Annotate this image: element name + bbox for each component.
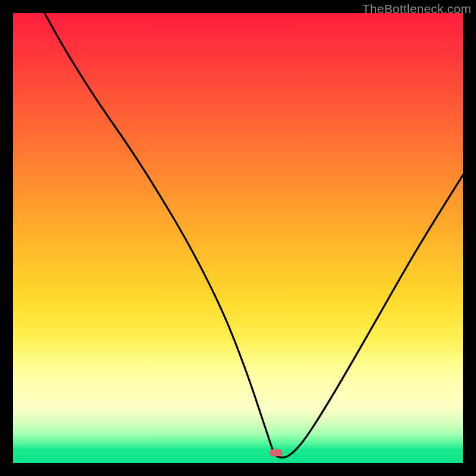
chart-frame: TheBottleneck.com xyxy=(0,0,476,476)
chart-plot-area xyxy=(13,13,463,463)
watermark-text: TheBottleneck.com xyxy=(362,2,471,16)
bottleneck-curve xyxy=(13,13,463,463)
optimal-marker xyxy=(270,449,283,456)
